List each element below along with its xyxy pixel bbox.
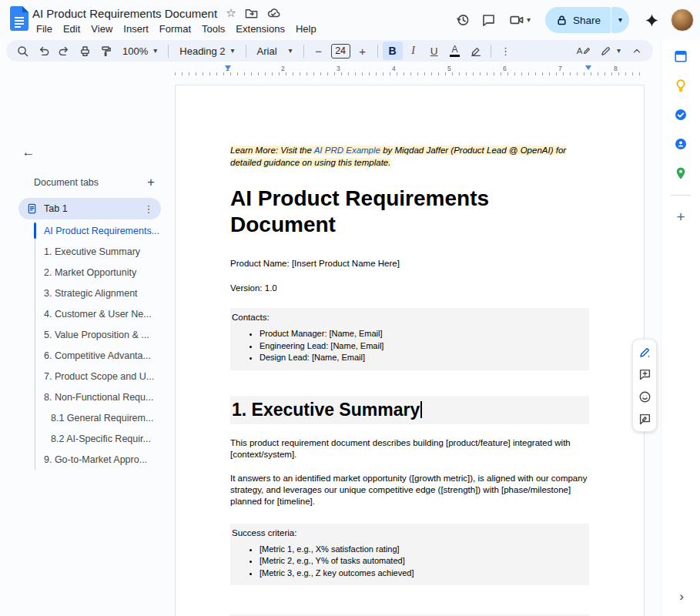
document-tabs-sidebar: ← Document tabs + Tab 1 ⋮ AI Product Req… [0,62,171,616]
font-size-input[interactable]: 24 [331,44,350,59]
bold-button[interactable]: B [383,42,403,60]
menu-extensions[interactable]: Extensions [230,22,290,36]
left-indent-marker[interactable] [225,65,231,70]
horizontal-ruler[interactable]: 1 2 3 4 5 6 7 8 [175,65,645,76]
paragraph-style-select[interactable]: Heading 2 ▾ [173,42,240,60]
emoji-reaction-icon[interactable] [635,387,655,407]
right-indent-marker[interactable] [585,65,591,70]
tasks-icon[interactable] [668,102,694,128]
margin-action-panel [632,339,657,432]
share-label: Share [573,15,601,26]
show-side-panel-icon[interactable]: › [672,587,692,607]
zoom-value: 100% [122,45,148,57]
document-title[interactable]: AI Product Requirements Document [32,7,217,20]
toolbar-divider [491,45,491,58]
contacts-icon[interactable] [668,131,694,157]
menu-bar: File Edit View Insert Format Tools Exten… [31,21,322,36]
rail-divider [671,195,691,196]
format-toolbar: 100% ▾ Heading 2 ▾ Arial ▾ − 24 + B I U … [6,40,653,62]
outline-item[interactable]: 1. Executive Summary [0,241,171,262]
outline-item[interactable]: 8. Non-Functional Requ... [0,387,171,407]
gemini-sparkle-icon[interactable] [638,7,665,33]
prd-example-link[interactable]: AI PRD Example [314,146,380,155]
document-outline: AI Product Requirements... 1. Executive … [0,220,171,470]
outline-item[interactable]: 8.1 General Requirem... [0,407,171,428]
menu-edit[interactable]: Edit [58,22,85,36]
share-menu-caret[interactable]: ▾ [611,7,629,33]
increase-font-size-button[interactable]: + [353,42,373,60]
success-item: [Metric 1, e.g., X% satisfaction rating] [260,544,588,556]
calendar-icon[interactable] [668,43,694,69]
outline-item[interactable]: 6. Competitive Advanta... [0,345,171,366]
ruler-number: 5 [447,65,451,72]
suggest-edits-icon[interactable] [635,409,655,429]
rail-apps: + [661,40,700,232]
tab-item-tab1[interactable]: Tab 1 ⋮ [18,198,161,219]
editing-mode-icon[interactable]: A [574,42,594,60]
toolbar-divider [377,45,378,58]
add-comment-icon[interactable] [635,364,655,384]
outline-item[interactable]: 4. Customer & User Ne... [0,303,171,324]
cloud-status-icon[interactable] [266,6,280,20]
version-history-icon[interactable] [450,7,476,33]
add-tab-icon[interactable]: + [142,173,160,192]
menu-view[interactable]: View [85,22,118,36]
docs-logo-icon[interactable] [10,6,28,31]
outline-item[interactable]: 2. Market Opportunity [0,262,171,283]
tabs-header: Document tabs + [34,173,160,192]
title-row: AI Product Requirements Document ☆ [32,5,280,22]
undo-icon[interactable] [33,42,53,60]
redo-icon[interactable] [54,42,74,60]
google-docs-app: AI Product Requirements Document ☆ File … [0,0,700,616]
decrease-font-size-button[interactable]: − [309,42,329,60]
text-color-swatch [450,55,460,57]
font-select[interactable]: Arial ▾ [251,42,299,60]
menu-insert[interactable]: Insert [118,22,154,36]
menu-help[interactable]: Help [290,22,322,36]
contact-item: Engineering Lead: [Name, Email] [260,340,588,353]
join-call-button[interactable]: ▾ [502,7,538,33]
star-icon[interactable]: ☆ [226,6,236,20]
share-button[interactable]: Share [545,7,611,33]
account-avatar[interactable] [671,8,694,32]
outline-item[interactable]: 3. Strategic Alignment [0,283,171,303]
product-name-line: Product Name: [Insert Product Name Here] [230,258,589,270]
print-icon[interactable] [75,42,95,60]
pen-annotate-select[interactable]: ▾ [596,42,625,60]
outline-item[interactable]: AI Product Requirements... [0,220,171,241]
menu-file[interactable]: File [31,22,58,36]
italic-button[interactable]: I [404,42,424,60]
outline-item[interactable]: 7. Product Scope and U... [0,366,171,387]
section-heading-1: 1. Executive Summary [230,396,589,424]
get-add-ons-icon[interactable]: + [668,204,694,230]
page[interactable]: Learn More: Visit the AI PRD Example by … [175,85,645,616]
maps-icon[interactable] [668,160,694,186]
outline-item[interactable]: 9. Go-to-Market Appro... [0,449,171,470]
ruler-number: 4 [392,65,396,72]
help-me-write-icon[interactable] [635,342,655,362]
search-menus-icon[interactable] [12,42,32,60]
zoom-select[interactable]: 100% ▾ [116,42,163,60]
page-content: Learn More: Visit the AI PRD Example by … [176,85,644,616]
contact-item: Product Manager: [Name, Email] [260,328,588,340]
document-heading: AI Product Requirements Document [230,186,589,238]
comments-icon[interactable] [476,7,502,33]
text-color-button[interactable]: A [445,42,465,60]
underline-button[interactable]: U [424,42,444,60]
paint-format-icon[interactable] [95,42,116,60]
menu-tools[interactable]: Tools [196,22,230,36]
contacts-block: Contacts: Product Manager: [Name, Email]… [230,308,589,370]
lock-icon [556,15,568,26]
menu-format[interactable]: Format [154,22,196,36]
style-value: Heading 2 [179,45,225,57]
keep-icon[interactable] [668,72,694,99]
outline-item[interactable]: 5. Value Proposition & ... [0,324,171,345]
hide-menus-icon[interactable] [627,42,647,60]
highlight-color-icon[interactable] [466,42,486,60]
outline-item[interactable]: 8.2 AI-Specific Requir... [0,428,171,449]
close-sidebar-icon[interactable]: ← [18,142,39,163]
success-item: [Metric 2, e.g., Y% of tasks automated] [260,555,588,567]
more-toolbar-options-icon[interactable]: ⋮ [496,42,516,60]
move-folder-icon[interactable] [245,7,258,20]
tab-options-icon[interactable]: ⋮ [141,203,156,215]
